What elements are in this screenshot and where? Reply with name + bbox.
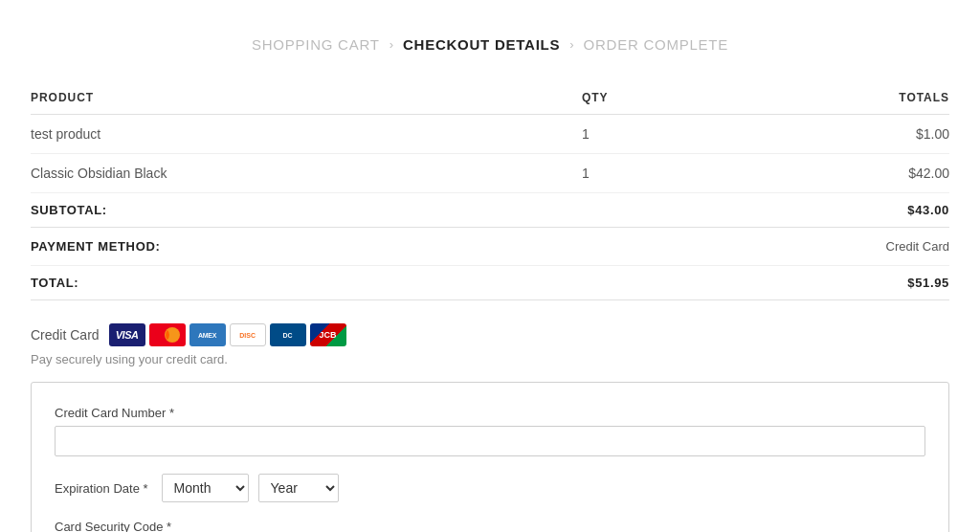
payment-label: Credit Card [31,327,100,343]
diners-icon: DC [270,323,306,346]
expiry-group: Expiration Date * Month01020304050607080… [55,474,925,502]
payment-section: Credit Card VISA AMEX DISC DC JCB Pay se… [31,323,949,366]
breadcrumb-step1[interactable]: SHOPPING CART [252,36,380,53]
breadcrumb-chevron1: › [390,37,393,52]
security-code-label: Card Security Code * [55,520,925,532]
expiry-label: Expiration Date * [55,481,148,496]
card-icons: VISA AMEX DISC DC JCB [109,323,346,346]
table-row: test product 1 $1.00 [31,115,949,154]
jcb-icon: JCB [310,323,346,346]
discover-icon: DISC [230,323,266,346]
cc-number-label: Credit Card Number * [55,406,925,420]
subtotal-value: $43.00 [766,193,949,228]
security-code-group: Card Security Code * [55,520,925,532]
subtotal-label: SUBTOTAL: [31,193,582,228]
table-row: Classic Obsidian Black 1 $42.00 [31,154,949,193]
secure-text: Pay securely using your credit card. [31,352,949,366]
payment-method-row: PAYMENT METHOD: Credit Card [31,228,949,266]
total-row: TOTAL: $51.95 [31,266,949,300]
breadcrumb-step3: ORDER COMPLETE [584,36,728,53]
total-value: $51.95 [766,266,949,300]
mastercard-icon [149,323,186,346]
product-total: $42.00 [766,154,949,193]
payment-method-label: PAYMENT METHOD: [31,228,582,266]
total-label: TOTAL: [31,266,582,300]
visa-icon: VISA [109,323,145,346]
breadcrumb: SHOPPING CART › CHECKOUT DETAILS › ORDER… [31,19,949,81]
cc-number-group: Credit Card Number * [55,406,925,456]
breadcrumb-chevron2: › [569,37,573,52]
product-name: test product [31,115,582,154]
subtotal-row: SUBTOTAL: $43.00 [31,193,949,228]
month-select[interactable]: Month010203040506070809101112 [162,474,249,502]
order-table: PRODUCT QTY TOTALS test product 1 $1.00 … [31,81,949,300]
payment-method-value: Credit Card [766,228,949,266]
col-header-totals: TOTALS [766,81,949,115]
product-name: Classic Obsidian Black [31,154,582,193]
breadcrumb-step2: CHECKOUT DETAILS [403,36,560,53]
product-qty: 1 [582,115,766,154]
col-header-qty: QTY [582,81,766,115]
amex-icon: AMEX [189,323,226,346]
credit-card-form: Credit Card Number * Expiration Date * M… [31,382,949,532]
product-total: $1.00 [766,115,949,154]
subtotal-qty [582,193,766,228]
year-select[interactable]: Year2024202520262027202820292030 [258,474,339,502]
col-header-product: PRODUCT [31,81,582,115]
cc-number-input[interactable] [55,426,925,456]
product-qty: 1 [582,154,766,193]
